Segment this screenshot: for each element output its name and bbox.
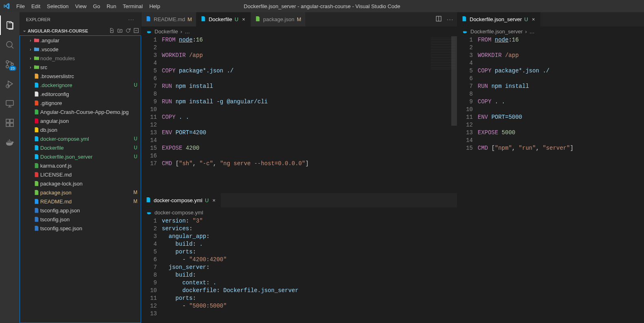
- gutter-bottom: 1 2 3 4 5 6 7 8 9 10 11 12 13: [141, 217, 162, 323]
- tree-item[interactable]: ›.angular: [20, 36, 141, 45]
- collapse-icon[interactable]: [133, 28, 139, 34]
- file-icon: [33, 207, 40, 213]
- tree-item[interactable]: ›.vscode: [20, 45, 141, 54]
- tab-status: U: [235, 16, 238, 22]
- file-tree[interactable]: ›.angular›.vscode›node_modules›src.brows…: [20, 35, 141, 323]
- tab-status: U: [524, 16, 528, 22]
- file-icon: [33, 154, 40, 159]
- folder-icon: [33, 64, 40, 70]
- new-folder-icon[interactable]: [117, 28, 123, 34]
- tree-item[interactable]: .editorconfig: [20, 89, 141, 98]
- file-icon: [33, 190, 40, 195]
- menu-selection[interactable]: Selection: [44, 3, 72, 9]
- tab-label: docker-compose.yml: [154, 197, 202, 203]
- tree-item[interactable]: .browserslistrc: [20, 72, 141, 81]
- breadcrumb-rest: …: [185, 28, 190, 35]
- breadcrumb-bottom[interactable]: docker-compose.yml: [141, 207, 457, 217]
- tab[interactable]: docker-compose.ymlU×: [141, 193, 221, 207]
- tree-item-label: README.md: [40, 199, 133, 205]
- tree-item-label: .gitignore: [40, 100, 137, 106]
- editor-compose[interactable]: 1 2 3 4 5 6 7 8 9 10 11 12 13 version: "…: [141, 217, 457, 323]
- split-icon[interactable]: [435, 15, 442, 23]
- activity-remote[interactable]: [0, 94, 20, 113]
- tree-item-label: package.json: [40, 190, 133, 196]
- tab-status: M: [297, 16, 301, 22]
- menu-help[interactable]: Help: [146, 3, 163, 9]
- tree-item[interactable]: angular.json: [20, 116, 141, 125]
- tree-item[interactable]: Dockerfile.json_serverU: [20, 152, 141, 161]
- file-icon: [33, 145, 40, 151]
- tree-item[interactable]: ›src: [20, 63, 141, 72]
- file-icon: [461, 16, 467, 23]
- tree-item-label: node_modules: [40, 55, 137, 61]
- tree-item-label: tsconfig.json: [40, 216, 137, 223]
- tree-item-label: tsconfig.app.json: [40, 207, 137, 214]
- tree-item[interactable]: tsconfig.app.json: [20, 206, 141, 215]
- activity-docker[interactable]: [0, 133, 20, 152]
- activity-extensions[interactable]: [0, 113, 20, 133]
- tree-item[interactable]: LICENSE.md: [20, 170, 141, 179]
- chevron-down-icon: ›: [22, 28, 27, 34]
- tree-item-label: package-lock.json: [40, 181, 137, 187]
- activity-search[interactable]: [0, 35, 20, 55]
- tree-item[interactable]: docker-compose.ymlU: [20, 134, 141, 143]
- more-icon[interactable]: ···: [447, 16, 454, 22]
- more-icon[interactable]: ···: [128, 17, 135, 22]
- tab-status: U: [205, 197, 209, 203]
- breadcrumb-left[interactable]: Dockerfile › …: [141, 26, 457, 36]
- editor-group-left: README.mdMDockerfileU×package.jsonM··· D…: [141, 12, 457, 323]
- code-left[interactable]: FROM node:16 WORKDIR /app COPY package*.…: [162, 36, 457, 193]
- tree-item[interactable]: package.jsonM: [20, 188, 141, 197]
- breadcrumb-right[interactable]: Dockerfile.json_server › …: [457, 26, 644, 36]
- tree-item[interactable]: DockerfileU: [20, 143, 141, 152]
- tab-label: Dockerfile.json_server: [470, 16, 522, 22]
- tree-item-label: src: [40, 64, 137, 70]
- menu-file[interactable]: File: [13, 3, 28, 9]
- tab[interactable]: Dockerfile.json_serverU×: [457, 12, 541, 26]
- close-icon[interactable]: ×: [211, 197, 217, 203]
- tree-item[interactable]: db.json: [20, 125, 141, 134]
- tab[interactable]: DockerfileU×: [196, 12, 251, 26]
- code-bottom[interactable]: version: "3" services: angular_app: buil…: [162, 217, 457, 323]
- tree-item[interactable]: .gitignore: [20, 98, 141, 107]
- editor-dockerfile[interactable]: 1 2 3 4 5 6 7 8 9 10 11 12 13 14 15 16 1…: [141, 36, 457, 193]
- tab-label: README.md: [154, 16, 185, 22]
- tab-label: Dockerfile: [209, 16, 232, 22]
- folder-icon: [33, 46, 40, 52]
- minimap-left[interactable]: [424, 36, 457, 193]
- status-badge: M: [133, 199, 137, 204]
- menu-run[interactable]: Run: [103, 3, 120, 9]
- activity-scm[interactable]: 23: [0, 55, 20, 74]
- code-right[interactable]: FROM node:16 WORKDIR /app COPY package*.…: [478, 36, 644, 323]
- tree-item-label: db.json: [40, 127, 137, 133]
- tree-item[interactable]: ›node_modules: [20, 54, 141, 63]
- close-icon[interactable]: ×: [531, 16, 536, 22]
- new-file-icon[interactable]: [109, 28, 115, 34]
- menu-go[interactable]: Go: [90, 3, 103, 9]
- refresh-icon[interactable]: [125, 28, 131, 34]
- tree-item[interactable]: tsconfig.json: [20, 215, 141, 224]
- tree-item[interactable]: Angular-Crash-Course-App-Demo.jpg: [20, 107, 141, 116]
- tree-item[interactable]: tsconfig.spec.json: [20, 224, 141, 233]
- svg-point-1: [6, 61, 9, 63]
- menu-edit[interactable]: Edit: [28, 3, 44, 9]
- breadcrumb-file: Dockerfile: [154, 28, 178, 35]
- menu-view[interactable]: View: [72, 3, 90, 9]
- chevron-right-icon: ›: [28, 38, 33, 43]
- status-badge: U: [134, 145, 137, 151]
- tree-item[interactable]: karma.conf.js: [20, 161, 141, 170]
- folder-header[interactable]: › ANGULAR-CRASH-COURSE: [20, 26, 141, 35]
- tab[interactable]: package.jsonM: [251, 12, 305, 26]
- docker-icon: [462, 28, 468, 34]
- activity-explorer[interactable]: [0, 15, 20, 35]
- tree-item[interactable]: README.mdM: [20, 197, 141, 206]
- close-icon[interactable]: ×: [241, 16, 246, 22]
- tree-item[interactable]: .dockerignoreU: [20, 81, 141, 89]
- tree-item[interactable]: package-lock.json: [20, 179, 141, 188]
- activity-debug[interactable]: [0, 74, 20, 94]
- editor-dockerfile-json-server[interactable]: 1 2 3 4 5 6 7 8 9 10 11 12 13 14 15 FROM…: [457, 36, 644, 323]
- tab[interactable]: README.mdM: [141, 12, 196, 26]
- tree-item-label: .browserslistrc: [40, 73, 137, 79]
- menu-terminal[interactable]: Terminal: [120, 3, 146, 9]
- editor-group-right: Dockerfile.json_serverU× Dockerfile.json…: [457, 12, 644, 323]
